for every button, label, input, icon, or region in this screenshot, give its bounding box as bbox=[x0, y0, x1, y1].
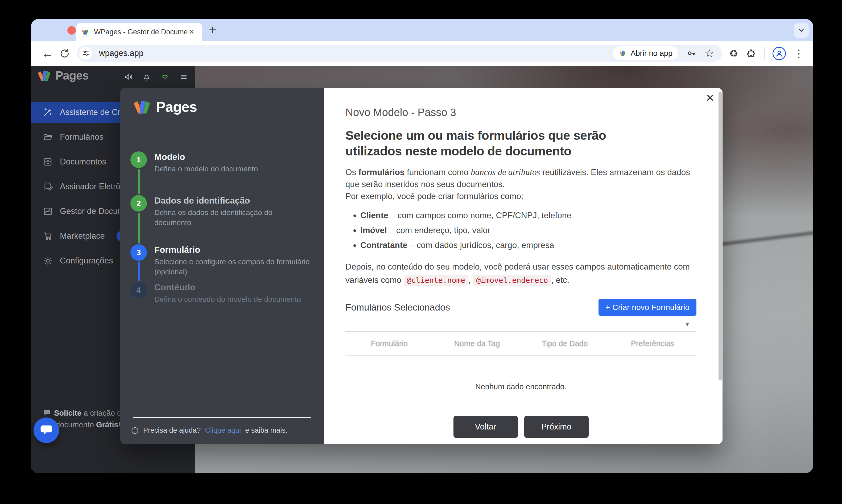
selected-forms-label: Fomulários Selecionados bbox=[345, 302, 450, 313]
voltar-button[interactable]: Voltar bbox=[453, 416, 518, 438]
modal-content-panel: ✕ Novo Modelo - Passo 3 Selecione um ou … bbox=[324, 88, 722, 444]
step-desc: Defina o modelo do documento bbox=[154, 164, 258, 174]
sidebar-header: Pages bbox=[31, 66, 195, 88]
more-vert-icon[interactable]: ⋮ bbox=[794, 48, 804, 59]
caret-down-icon[interactable]: ▼ bbox=[684, 321, 690, 328]
empty-state-text: Nenhum dado encontrado. bbox=[345, 382, 696, 391]
reload-icon[interactable] bbox=[59, 41, 70, 66]
back-icon[interactable]: ← bbox=[42, 41, 53, 66]
intro-bold: formulários bbox=[358, 167, 405, 177]
help-text: e saiba mais. bbox=[245, 426, 287, 434]
outro-text: , etc. bbox=[551, 275, 569, 285]
recycle-extension-icon[interactable]: ♻ bbox=[729, 48, 738, 59]
new-tab-button[interactable]: + bbox=[209, 22, 216, 37]
variable-chip: @imovel.endereco bbox=[473, 275, 551, 286]
sidebar-item-label: Documentos bbox=[60, 157, 106, 166]
list-item: Contratante – com dados jurídicos, cargo… bbox=[360, 239, 696, 251]
step-4-conteudo[interactable]: 4 Contéudo Defina o conteudo do modelo d… bbox=[130, 282, 315, 304]
app-logo[interactable]: Pages bbox=[37, 69, 89, 82]
step-desc: Defina o conteudo do modelo de documento bbox=[154, 294, 301, 304]
table-header: Preferências bbox=[609, 339, 696, 348]
step-title: Modelo bbox=[154, 151, 258, 163]
help-row: Precisa de ajuda? Clique aqui e saiba ma… bbox=[131, 426, 287, 434]
proximo-button[interactable]: Próximo bbox=[524, 416, 589, 438]
site-settings-tune-icon[interactable] bbox=[79, 47, 92, 60]
modal-actions: Voltar Próximo bbox=[345, 416, 696, 438]
table-header-row: Formulário Nome da Tag Tipo de Dado Pref… bbox=[345, 332, 696, 356]
bullet-rest: – com dados jurídicos, cargo, empresa bbox=[408, 240, 554, 250]
table-header: Formulário bbox=[345, 339, 433, 348]
new-model-modal: Pages 1 Modelo Defina o modelo do docume… bbox=[120, 88, 722, 444]
selected-forms-section: Fomulários Selecionados + Criar novo For… bbox=[345, 299, 696, 316]
intro-example-line: Por exemplo, você pode criar formulários… bbox=[345, 190, 696, 202]
url-bar[interactable]: wpages.app Abrir no app bbox=[77, 45, 722, 62]
step-title: Contéudo bbox=[154, 282, 301, 293]
form-select-input[interactable]: ▼ bbox=[345, 318, 696, 332]
sidebar-header-icons bbox=[124, 66, 189, 88]
cart-icon bbox=[43, 231, 53, 241]
bullet-name: Contratante bbox=[360, 240, 408, 250]
tab-close-icon[interactable]: ✕ bbox=[189, 28, 195, 36]
modal-scrollbar[interactable] bbox=[718, 92, 722, 380]
tab-title: WPages - Gestor de Documentos bbox=[94, 28, 187, 36]
menu-hamburger-icon[interactable] bbox=[179, 73, 189, 81]
bell-icon[interactable] bbox=[142, 72, 151, 82]
outro-text: , bbox=[468, 275, 473, 285]
step-number-badge: 1 bbox=[130, 151, 147, 168]
form-examples-list: Cliente – com campos como nome, CPF/CNPJ… bbox=[345, 209, 696, 251]
outro-paragraph: Depois, no conteúdo do seu modelo, você … bbox=[345, 260, 696, 287]
page-content: Pages bbox=[31, 66, 813, 473]
promo-bold: Grátis bbox=[96, 420, 119, 429]
wpages-logo-mark bbox=[37, 70, 53, 81]
list-item: Cliente – com campos como nome, CPF/CNPJ… bbox=[360, 209, 696, 222]
wpages-favicon bbox=[80, 27, 90, 37]
tab-search-chevron-icon[interactable] bbox=[794, 23, 809, 38]
modal-heading: Selecione um ou mais formulários que ser… bbox=[345, 127, 654, 159]
speaker-icon[interactable] bbox=[124, 72, 133, 82]
wifi-icon[interactable] bbox=[160, 72, 170, 82]
toolbar-right-cluster: ♻ ⋮ bbox=[729, 41, 804, 66]
step-3-formulario[interactable]: 3 Formulário Selecione e configure os ca… bbox=[130, 244, 315, 277]
url-text[interactable]: wpages.app bbox=[99, 49, 143, 58]
sidebar-item-label: Formulários bbox=[60, 132, 104, 142]
create-form-button[interactable]: + Criar novo Formulário bbox=[598, 299, 696, 316]
password-key-icon[interactable] bbox=[686, 48, 696, 58]
extensions-puzzle-icon[interactable] bbox=[746, 49, 756, 58]
signature-icon bbox=[43, 181, 53, 192]
livechat-icon bbox=[39, 424, 53, 436]
table-header: Tipo de Dado bbox=[521, 339, 609, 348]
table-header: Nome da Tag bbox=[433, 339, 521, 348]
wand-icon bbox=[43, 107, 53, 118]
help-link[interactable]: Clique aqui bbox=[205, 426, 241, 434]
livechat-launcher-button[interactable] bbox=[34, 417, 59, 443]
browser-tab[interactable]: WPages - Gestor de Documentos ✕ bbox=[76, 23, 202, 41]
intro-text: funcionam como bbox=[405, 167, 471, 177]
bookmark-star-icon[interactable]: ☆ bbox=[704, 47, 714, 59]
open-in-app-button[interactable]: Abrir no app bbox=[613, 46, 678, 60]
toolbar-divider bbox=[764, 47, 765, 60]
step-number-badge: 3 bbox=[130, 244, 147, 261]
browser-toolbar: ← wpages.app bbox=[31, 41, 813, 66]
step-number-badge: 4 bbox=[130, 282, 147, 298]
variable-chip: @cliente.nome bbox=[404, 275, 468, 286]
bullet-name: Imóvel bbox=[360, 226, 387, 235]
info-icon bbox=[131, 427, 139, 434]
step-number-badge: 2 bbox=[130, 195, 147, 212]
intro-text: Os bbox=[345, 167, 358, 177]
traffic-light-close[interactable] bbox=[67, 26, 76, 35]
bullet-rest: – com endereço, tipo, valor bbox=[387, 226, 490, 235]
list-item: Imóvel – com endereço, tipo, valor bbox=[360, 224, 696, 237]
modal-title: Novo Modelo - Passo 3 bbox=[345, 106, 696, 119]
drawer-divider bbox=[133, 417, 311, 418]
gear-icon bbox=[43, 256, 53, 266]
intro-paragraph: Os formulários funcionam como bancos de … bbox=[345, 166, 696, 202]
step-1-modelo[interactable]: 1 Modelo Defina o modelo do documento bbox=[130, 151, 315, 174]
profile-avatar[interactable] bbox=[773, 47, 786, 60]
cabinet-icon bbox=[43, 157, 53, 167]
chart-icon bbox=[43, 206, 53, 216]
browser-window: WPages - Gestor de Documentos ✕ + ← bbox=[31, 19, 813, 473]
step-2-dados[interactable]: 2 Dados de identificação Defina os dados… bbox=[130, 195, 315, 228]
sidebar-item-label: Configurações bbox=[60, 256, 113, 266]
step-desc: Defina os dados de identificação do docu… bbox=[154, 208, 302, 228]
step-title: Dados de identificação bbox=[154, 195, 302, 206]
